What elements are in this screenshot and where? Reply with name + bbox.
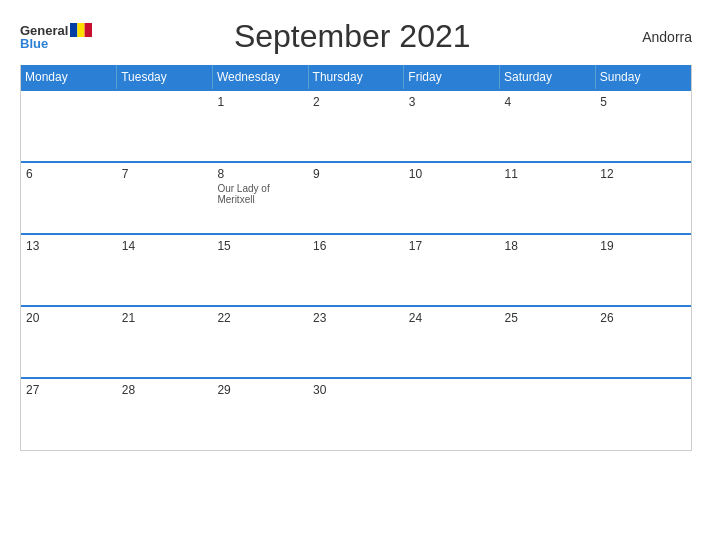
logo-blue-text: Blue (20, 37, 48, 50)
event-label: Our Lady of Meritxell (217, 183, 303, 205)
calendar-header: MondayTuesdayWednesdayThursdayFridaySatu… (21, 65, 691, 90)
day-number: 3 (409, 95, 495, 109)
calendar-cell: 9 (308, 162, 404, 234)
day-number: 18 (505, 239, 591, 253)
logo-flag-icon (70, 23, 92, 37)
day-number: 21 (122, 311, 208, 325)
calendar-cell: 14 (117, 234, 213, 306)
day-number: 26 (600, 311, 686, 325)
day-number: 12 (600, 167, 686, 181)
calendar-cell: 19 (595, 234, 691, 306)
calendar-row: 13141516171819 (21, 234, 691, 306)
calendar-cell: 10 (404, 162, 500, 234)
calendar-row: 12345 (21, 90, 691, 162)
day-number: 23 (313, 311, 399, 325)
calendar-cell: 30 (308, 378, 404, 450)
calendar-cell: 20 (21, 306, 117, 378)
day-number: 16 (313, 239, 399, 253)
day-number: 2 (313, 95, 399, 109)
weekday-row: MondayTuesdayWednesdayThursdayFridaySatu… (21, 65, 691, 90)
svg-rect-1 (78, 23, 85, 37)
day-number: 13 (26, 239, 112, 253)
svg-rect-0 (70, 23, 77, 37)
calendar-cell: 15 (212, 234, 308, 306)
weekday-header: Friday (404, 65, 500, 90)
day-number: 5 (600, 95, 686, 109)
weekday-header: Tuesday (117, 65, 213, 90)
day-number: 20 (26, 311, 112, 325)
day-number: 10 (409, 167, 495, 181)
weekday-header: Sunday (595, 65, 691, 90)
calendar-cell: 26 (595, 306, 691, 378)
calendar-cell (595, 378, 691, 450)
calendar-cell: 17 (404, 234, 500, 306)
calendar: MondayTuesdayWednesdayThursdayFridaySatu… (20, 65, 692, 451)
calendar-cell: 22 (212, 306, 308, 378)
calendar-row: 27282930 (21, 378, 691, 450)
day-number: 22 (217, 311, 303, 325)
calendar-cell: 1 (212, 90, 308, 162)
country-label: Andorra (612, 29, 692, 45)
day-number: 14 (122, 239, 208, 253)
calendar-cell: 16 (308, 234, 404, 306)
calendar-row: 20212223242526 (21, 306, 691, 378)
day-number: 1 (217, 95, 303, 109)
calendar-cell (404, 378, 500, 450)
calendar-cell: 27 (21, 378, 117, 450)
calendar-title: September 2021 (92, 18, 612, 55)
calendar-cell: 12 (595, 162, 691, 234)
calendar-cell (21, 90, 117, 162)
weekday-header: Wednesday (212, 65, 308, 90)
weekday-header: Saturday (500, 65, 596, 90)
calendar-cell: 21 (117, 306, 213, 378)
calendar-cell: 18 (500, 234, 596, 306)
weekday-header: Monday (21, 65, 117, 90)
calendar-cell: 6 (21, 162, 117, 234)
day-number: 19 (600, 239, 686, 253)
calendar-cell: 11 (500, 162, 596, 234)
svg-rect-2 (85, 23, 92, 37)
calendar-cell (117, 90, 213, 162)
calendar-cell: 5 (595, 90, 691, 162)
day-number: 28 (122, 383, 208, 397)
day-number: 9 (313, 167, 399, 181)
day-number: 30 (313, 383, 399, 397)
day-number: 7 (122, 167, 208, 181)
day-number: 4 (505, 95, 591, 109)
day-number: 6 (26, 167, 112, 181)
header: General Blue September 2021 Andorra (20, 18, 692, 55)
calendar-table: MondayTuesdayWednesdayThursdayFridaySatu… (21, 65, 691, 450)
calendar-body: 12345678Our Lady of Meritxell91011121314… (21, 90, 691, 450)
calendar-cell: 13 (21, 234, 117, 306)
day-number: 29 (217, 383, 303, 397)
day-number: 27 (26, 383, 112, 397)
day-number: 24 (409, 311, 495, 325)
calendar-cell (500, 378, 596, 450)
calendar-cell: 23 (308, 306, 404, 378)
calendar-row: 678Our Lady of Meritxell9101112 (21, 162, 691, 234)
page: General Blue September 2021 Andorra Mond… (0, 0, 712, 550)
logo-general-text: General (20, 24, 68, 37)
day-number: 8 (217, 167, 303, 181)
calendar-cell: 7 (117, 162, 213, 234)
logo: General Blue (20, 23, 92, 50)
calendar-cell: 8Our Lady of Meritxell (212, 162, 308, 234)
day-number: 15 (217, 239, 303, 253)
calendar-cell: 3 (404, 90, 500, 162)
calendar-cell: 25 (500, 306, 596, 378)
calendar-cell: 29 (212, 378, 308, 450)
weekday-header: Thursday (308, 65, 404, 90)
day-number: 25 (505, 311, 591, 325)
calendar-cell: 2 (308, 90, 404, 162)
calendar-cell: 4 (500, 90, 596, 162)
day-number: 11 (505, 167, 591, 181)
calendar-cell: 24 (404, 306, 500, 378)
day-number: 17 (409, 239, 495, 253)
calendar-cell: 28 (117, 378, 213, 450)
